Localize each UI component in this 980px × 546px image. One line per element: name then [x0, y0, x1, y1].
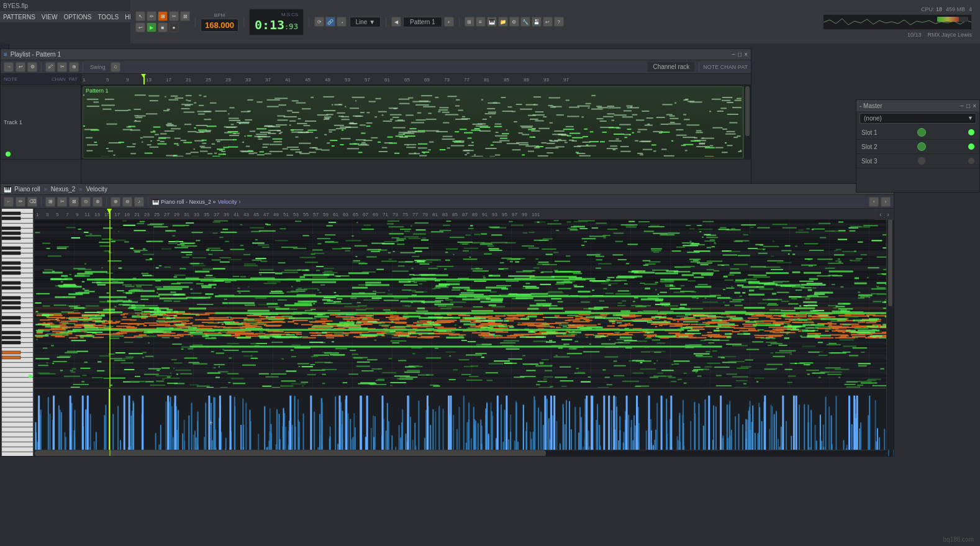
time-display: 0:13:93	[255, 17, 298, 32]
add-pattern[interactable]: +	[444, 17, 454, 27]
master-preset-area: (none) ▼	[856, 111, 979, 125]
pr-speaker[interactable]: ♪	[134, 197, 144, 207]
pl-swing-icon[interactable]: ♫	[111, 62, 120, 72]
settings-icon[interactable]: 🔧	[520, 17, 530, 27]
stop-tool[interactable]: ■	[158, 22, 168, 32]
scrollbar-thumb-v[interactable]	[745, 86, 750, 136]
pr-ruler-right-nav[interactable]: ›	[882, 209, 894, 220]
pr-tool-rubber[interactable]: ⌫	[27, 197, 37, 207]
playlist-playhead	[143, 74, 145, 84]
svg-text:93: 93	[492, 212, 497, 217]
svg-text:87: 87	[462, 212, 468, 217]
svg-text:71: 71	[383, 212, 388, 217]
pl-tool-4[interactable]: 🖊	[45, 62, 55, 72]
pr-zoom-in[interactable]: ⊕	[111, 197, 120, 207]
bpm-display[interactable]: 168.000	[201, 19, 238, 32]
slot-3-indicator[interactable]	[917, 157, 926, 165]
svg-text:33: 33	[245, 77, 251, 83]
pr-nav-left[interactable]: ‹	[869, 197, 879, 207]
menu-patterns[interactable]: PATTERNS	[3, 14, 35, 20]
pattern-display[interactable]: Pattern 1	[403, 17, 442, 27]
playlist-scrollbar-v[interactable]	[743, 85, 751, 160]
master-titlebar: - Master − □ ×	[856, 100, 979, 111]
svg-text:79: 79	[422, 212, 428, 217]
slot-1-indicator[interactable]	[917, 128, 926, 137]
record-tool[interactable]: ●	[169, 22, 179, 32]
help-icon[interactable]: ?	[554, 17, 564, 27]
browser-icon[interactable]: 📁	[498, 17, 508, 27]
menu-view[interactable]: VIEW	[42, 14, 58, 20]
svg-rect-61	[2, 388, 33, 392]
piano-roll-icon[interactable]: 🎹	[487, 17, 497, 27]
watermark-text: bq186.com	[943, 536, 974, 543]
play-tool[interactable]: ▶	[147, 22, 157, 32]
master-preset-dropdown[interactable]: (none) ▼	[860, 113, 976, 124]
master-close[interactable]: ×	[973, 102, 976, 109]
playlist-maximize[interactable]: □	[738, 51, 742, 58]
svg-rect-62	[2, 393, 33, 397]
undo-tool[interactable]: ↩	[135, 22, 145, 32]
pr-tool-select[interactable]: ⊞	[45, 197, 55, 207]
svg-text:25: 25	[154, 212, 160, 217]
pr-tool-strum[interactable]: ⊗	[93, 197, 102, 207]
watermark: bq186.com	[943, 536, 974, 543]
svg-text:17: 17	[114, 212, 120, 217]
erase-tool[interactable]: ✂	[169, 11, 179, 21]
playlist-minimize[interactable]: −	[732, 51, 735, 58]
svg-rect-94	[2, 341, 20, 344]
svg-rect-74	[2, 452, 33, 456]
slot-2-indicator[interactable]	[917, 142, 926, 151]
loop-icon[interactable]: ⟳	[314, 17, 324, 27]
pr-tool-pencil[interactable]: ✏	[16, 197, 25, 207]
breadcrumb-pianoroll: Piano roll	[14, 186, 40, 193]
pr-tb-icon: 🎹	[152, 199, 159, 205]
pr-tool-mute[interactable]: ⊠	[69, 197, 79, 207]
svg-text:39: 39	[224, 212, 229, 217]
channel-rack-icon[interactable]: ⊞	[465, 17, 474, 27]
playlist-close[interactable]: ×	[744, 51, 748, 58]
pr-tool-back[interactable]: ←	[4, 197, 14, 207]
mixer-icon[interactable]: ≡	[476, 17, 486, 27]
line-mode[interactable]: Line ▼	[350, 17, 381, 27]
pl-tool-1[interactable]: →	[4, 62, 14, 72]
playlist-icon: ≡	[4, 51, 7, 58]
master-max[interactable]: □	[966, 102, 970, 109]
pr-zoom-out[interactable]: ⊖	[122, 197, 132, 207]
menu-options[interactable]: OPTIONS	[63, 14, 91, 20]
pr-scrollbar-h[interactable]	[35, 450, 886, 456]
pr-h-thumb[interactable]	[35, 450, 546, 456]
pl-tool-2[interactable]: ↩	[16, 62, 25, 72]
plugin-icon[interactable]: ⚙	[509, 17, 519, 27]
draw-tool[interactable]: ✏	[147, 11, 157, 21]
svg-text:1: 1	[83, 77, 86, 83]
pr-nav-right[interactable]: ›	[881, 197, 891, 207]
svg-text:49: 49	[273, 212, 279, 217]
pr-v-thumb[interactable]	[888, 210, 892, 306]
master-min[interactable]: −	[960, 102, 964, 109]
stamp-tool[interactable]: ⊞	[158, 11, 168, 21]
prev-pattern[interactable]: ◀	[391, 17, 401, 27]
pr-scrollbar-v[interactable]	[886, 209, 894, 450]
pointer-tool[interactable]: ↖	[135, 11, 145, 21]
svg-text:81: 81	[484, 77, 489, 83]
pl-tool-3[interactable]: ⚙	[27, 62, 37, 72]
mute-tool[interactable]: ⊠	[180, 11, 190, 21]
master-controls: − □ ×	[960, 102, 976, 109]
channel-rack-btn[interactable]: Channel rack	[647, 61, 695, 72]
pr-tool-detuner[interactable]: ⊙	[81, 197, 91, 207]
svg-rect-83	[2, 266, 20, 270]
pianoroll-breadcrumb: Piano roll » Nexus_2 » Velocity	[14, 186, 107, 193]
svg-text:61: 61	[333, 212, 338, 217]
svg-rect-72	[2, 442, 33, 447]
svg-text:69: 69	[373, 212, 378, 217]
pl-tool-5[interactable]: ✂	[57, 62, 67, 72]
undo-icon[interactable]: ↩	[543, 17, 553, 27]
link-icon[interactable]: 🔗	[325, 17, 335, 27]
pl-tool-6[interactable]: ⊕	[69, 62, 79, 72]
svg-rect-85	[2, 281, 20, 284]
metronome-icon[interactable]: 𝅘	[337, 17, 347, 27]
pattern-1-block[interactable]: Pattern 1	[83, 86, 743, 158]
save-icon[interactable]: 💾	[532, 17, 542, 27]
menu-tools[interactable]: TOOLS	[98, 14, 119, 20]
pr-tool-erase[interactable]: ✂	[57, 197, 67, 207]
